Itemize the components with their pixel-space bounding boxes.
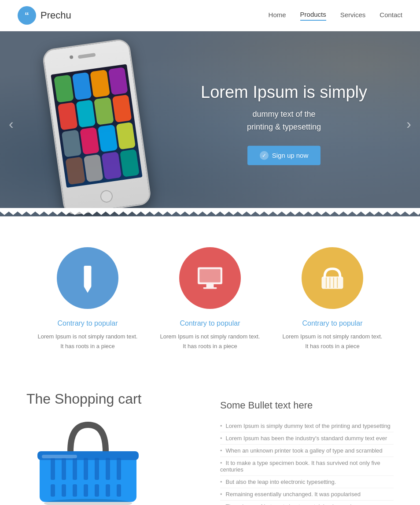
hero-subtitle-line2: printing & typesetting: [247, 123, 321, 131]
hero-subtitle-line1: dummy text of the: [252, 110, 315, 119]
svg-rect-21: [117, 458, 121, 480]
phone-home-button: [99, 189, 114, 204]
svg-rect-2: [84, 266, 92, 270]
logo: “ Prechu: [18, 6, 71, 25]
checkmark-icon: ✓: [260, 151, 269, 160]
svg-rect-23: [62, 484, 66, 497]
svg-rect-22: [51, 484, 55, 497]
bullet-title: Some Bullet text here: [220, 400, 394, 411]
app-icon: [120, 149, 140, 177]
shopping-basket-image: [26, 416, 150, 505]
bullet-list: Lorem Ipsum is simply dummy text of the …: [220, 420, 394, 505]
svg-rect-8: [322, 277, 343, 289]
svg-rect-7: [203, 287, 217, 289]
phone-speaker: [78, 53, 96, 59]
hero-subtitle: dummy text of the printing & typesetting: [201, 108, 367, 134]
features-section: Contrary to popular Lorem Ipsum is not s…: [0, 216, 420, 373]
svg-rect-30: [42, 455, 77, 458]
monitor-icon: [195, 263, 225, 293]
bullet-item: Lorem Ipsum is simply dummy text of the …: [220, 420, 394, 432]
svg-rect-17: [73, 458, 77, 480]
app-icon: [83, 154, 103, 182]
feature-desc-1: Lorem Ipsum is not simply random text. I…: [30, 332, 145, 351]
svg-rect-6: [206, 284, 214, 287]
phone-camera: [70, 55, 74, 59]
feature-icon-monitor: [179, 247, 241, 309]
hero-content: Lorem Ipsum is simply dummy text of the …: [201, 83, 367, 165]
svg-rect-28: [117, 484, 121, 497]
app-icon: [108, 67, 128, 95]
logo-icon: “: [18, 6, 36, 25]
app-icon: [112, 94, 132, 122]
hero-prev-arrow[interactable]: ‹: [9, 116, 14, 132]
logo-text: Prechu: [41, 10, 71, 21]
app-icon: [90, 70, 110, 97]
hero-phone: [35, 31, 158, 216]
svg-rect-24: [73, 484, 77, 497]
svg-rect-25: [84, 484, 88, 497]
app-icon: [94, 97, 114, 125]
shopping-left: The Shopping cart: [26, 391, 194, 505]
shopping-title: The Shopping cart: [26, 391, 194, 407]
bullet-item: It to make a type specimen book. It has …: [220, 457, 394, 476]
pencil-icon: [72, 263, 103, 293]
app-icon: [58, 102, 77, 130]
app-icon: [65, 157, 85, 185]
feature-item-3: Contrary to popular Lorem Ipsum is not s…: [275, 247, 390, 351]
svg-marker-1: [84, 287, 92, 293]
svg-rect-26: [95, 484, 99, 497]
svg-rect-27: [106, 484, 110, 497]
feature-icon-basket: [302, 247, 363, 309]
signup-label: Sign up now: [272, 152, 309, 159]
header: “ Prechu Home Products Services Contact: [0, 0, 420, 31]
feature-title-3: Contrary to popular: [275, 319, 390, 327]
app-icon: [98, 124, 118, 152]
app-icon: [62, 130, 81, 157]
svg-rect-15: [51, 458, 55, 480]
feature-item-2: Contrary to popular Lorem Ipsum is not s…: [153, 247, 267, 351]
nav: Home Products Services Contact: [269, 11, 402, 21]
feature-icon-pencil: [57, 247, 118, 309]
basket-icon: [317, 263, 348, 293]
phone-screen: [51, 64, 142, 188]
shopping-section: The Shopping cart: [0, 373, 420, 505]
app-icon: [101, 152, 121, 179]
svg-rect-16: [62, 458, 66, 480]
bullet-item: The release of Letraset sheets containin…: [220, 501, 394, 505]
hero-zigzag: [0, 208, 420, 216]
feature-title-1: Contrary to popular: [30, 319, 145, 327]
app-icon: [76, 100, 96, 127]
feature-item-1: Contrary to popular Lorem Ipsum is not s…: [30, 247, 145, 351]
svg-rect-20: [106, 458, 110, 480]
feature-title-2: Contrary to popular: [153, 319, 267, 327]
bullet-item: Remaining essentially unchanged. It was …: [220, 488, 394, 501]
shopping-right: Some Bullet text here Lorem Ipsum is sim…: [220, 391, 394, 505]
app-icon: [72, 72, 92, 100]
nav-services[interactable]: Services: [340, 11, 366, 20]
svg-rect-3: [86, 269, 89, 285]
hero-section: ‹ Lorem Ipsum is simply dummy text of th…: [0, 31, 420, 216]
svg-rect-5: [199, 269, 221, 282]
hero-title: Lorem Ipsum is simply: [201, 83, 367, 102]
hero-next-arrow[interactable]: ›: [406, 116, 411, 132]
nav-products[interactable]: Products: [300, 11, 326, 21]
nav-contact[interactable]: Contact: [379, 11, 402, 20]
bullet-item: Lorem Ipsum has been the industry's stan…: [220, 432, 394, 445]
signup-button[interactable]: ✓ Sign up now: [247, 145, 321, 165]
svg-rect-18: [84, 458, 88, 480]
app-icon: [116, 122, 136, 149]
nav-home[interactable]: Home: [269, 11, 286, 20]
app-icon: [54, 74, 74, 102]
app-icon: [80, 127, 99, 155]
bullet-item: When an unknown printer took a galley of…: [220, 445, 394, 457]
feature-desc-2: Lorem Ipsum is not simply random text. I…: [153, 332, 267, 351]
feature-desc-3: Lorem Ipsum is not simply random text. I…: [275, 332, 390, 351]
svg-rect-19: [95, 458, 99, 480]
bullet-item: But also the leap into electronic typese…: [220, 476, 394, 488]
